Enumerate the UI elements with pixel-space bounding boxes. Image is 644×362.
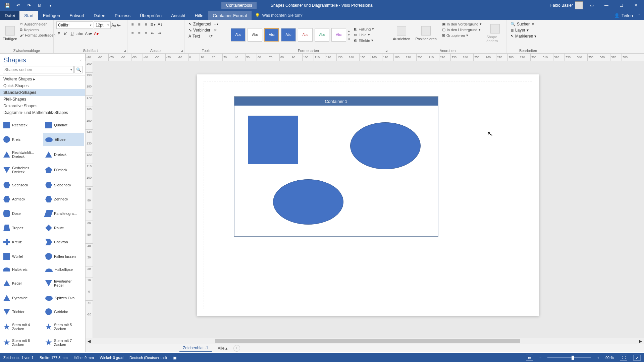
- shape-rechteck[interactable]: Rechteck: [1, 118, 42, 132]
- shape-invertierter-kegel[interactable]: Invertierter Kegel: [43, 276, 84, 291]
- shape-pyramide[interactable]: Pyramide: [1, 292, 42, 305]
- bring-to-front-button[interactable]: ▣In den Vordergrund ▾: [441, 21, 483, 26]
- shapes-search-input[interactable]: Shapes suchen: [3, 66, 74, 73]
- user-account[interactable]: Fabio Basler: [550, 1, 583, 9]
- new-doc-icon[interactable]: 🗎: [35, 1, 44, 10]
- presentation-mode-icon[interactable]: ▭: [526, 355, 533, 361]
- shapes-search-button[interactable]: 🔍: [74, 66, 83, 73]
- tab-start[interactable]: Start: [19, 11, 38, 20]
- canvas-ellipse-shape-2[interactable]: [273, 179, 343, 225]
- shape-quadrat[interactable]: Quadrat: [43, 118, 84, 132]
- align-button[interactable]: Ausrichten: [392, 21, 411, 46]
- position-button[interactable]: Positionieren: [415, 21, 437, 46]
- bullets-icon[interactable]: ≣▾: [150, 22, 156, 27]
- collapse-ribbon-icon[interactable]: ˄: [638, 13, 641, 18]
- horizontal-scrollbar[interactable]: ◀ ▶: [86, 338, 644, 344]
- scroll-track[interactable]: [215, 339, 520, 343]
- qat-more-icon[interactable]: ▾: [46, 1, 55, 10]
- send-to-back-button[interactable]: ▢In den Hintergrund ▾: [441, 27, 483, 32]
- zoom-slider-knob[interactable]: [572, 356, 574, 360]
- minimize-icon[interactable]: —: [600, 1, 612, 10]
- tab-hilfe[interactable]: Hilfe: [190, 11, 208, 20]
- tab-einfuegen[interactable]: Einfügen: [38, 11, 65, 20]
- shape-rechtwinkliges-dreieck[interactable]: Rechtwinkli... Dreieck: [1, 147, 42, 162]
- add-page-button[interactable]: ＋: [233, 345, 240, 352]
- shape-dreieck[interactable]: Dreieck: [43, 147, 84, 162]
- fit-page-icon[interactable]: ⛶: [620, 355, 627, 361]
- status-language[interactable]: Deutsch (Deutschland): [129, 356, 167, 360]
- zoom-in-button[interactable]: +: [597, 356, 599, 360]
- style-swatch-1[interactable]: Abc: [231, 28, 246, 42]
- style-swatch-4[interactable]: Abc: [281, 28, 296, 42]
- shape-siebeneck[interactable]: Siebeneck: [43, 178, 84, 192]
- shape-zehneck[interactable]: Zehneck: [43, 192, 84, 206]
- scroll-right-icon[interactable]: ▶: [639, 339, 642, 344]
- share-button[interactable]: Teilen: [622, 13, 633, 18]
- ribbon-display-options-icon[interactable]: ▭: [586, 1, 598, 10]
- container-header[interactable]: Container 1: [234, 97, 438, 106]
- dialog-launcher-absatz[interactable]: ◢: [180, 49, 183, 53]
- format-painter-button[interactable]: 🖌Format übertragen: [18, 33, 57, 38]
- shape-stern-5[interactable]: Stern mit 5 Zacken: [43, 319, 84, 335]
- shape-chevron[interactable]: Chevron: [43, 235, 84, 249]
- shape-parallelogramm[interactable]: Parallelogra...: [43, 207, 84, 221]
- category-dekorative-shapes[interactable]: Dekorative Shapes: [0, 103, 85, 109]
- scroll-left-icon[interactable]: ◀: [88, 339, 91, 344]
- dialog-launcher-formenarten[interactable]: ◢: [385, 49, 387, 53]
- font-color-button[interactable]: A▾: [94, 32, 99, 36]
- align-top-icon[interactable]: ≡: [130, 22, 135, 27]
- underline-button[interactable]: U: [70, 32, 74, 36]
- strikethrough-button[interactable]: abc: [76, 32, 83, 36]
- rotate-icon[interactable]: ⟳: [209, 34, 213, 39]
- shape-trichter[interactable]: Trichter: [1, 305, 42, 319]
- drawing-page[interactable]: Container 1 ↖: [197, 74, 539, 316]
- save-icon[interactable]: 💾: [3, 1, 12, 10]
- shape-gedrehtes-dreieck[interactable]: Gedrehtes Dreieck: [1, 163, 42, 178]
- copy-button[interactable]: ⧉Kopieren: [18, 27, 57, 32]
- shape-halbkreis[interactable]: Halbkreis: [1, 264, 42, 275]
- shrink-font-icon[interactable]: A▾: [117, 23, 121, 27]
- text-direction-icon[interactable]: A↕: [158, 22, 162, 27]
- shape-halbellipse[interactable]: Halbellipse: [43, 264, 84, 275]
- select-button[interactable]: ↖Markieren ▾: [509, 34, 538, 39]
- macro-record-icon[interactable]: ▣: [173, 356, 176, 360]
- shape-kreis[interactable]: Kreis: [1, 133, 42, 146]
- page-tab-alle[interactable]: Alle ▴: [215, 345, 230, 351]
- shape-stern-7[interactable]: Stern mit 7 Zacken: [43, 335, 84, 350]
- tab-daten[interactable]: Daten: [89, 11, 110, 20]
- redo-icon[interactable]: ↷: [24, 1, 34, 10]
- container-shape[interactable]: Container 1: [234, 96, 438, 237]
- shape-sechseck[interactable]: Sechseck: [1, 178, 42, 192]
- align-center-icon[interactable]: ≡: [137, 31, 142, 36]
- pointer-tool-button[interactable]: ↖Zeigertool▭▾: [187, 21, 220, 27]
- find-button[interactable]: 🔍Suchen ▾: [509, 21, 535, 27]
- maximize-icon[interactable]: ☐: [615, 1, 627, 10]
- bold-button[interactable]: F: [56, 32, 61, 36]
- shape-getriebe[interactable]: Getriebe: [43, 305, 84, 319]
- text-tool-button[interactable]: AText⟳: [187, 34, 214, 39]
- tab-ueberpruefen[interactable]: Überprüfen: [135, 11, 166, 20]
- shape-style-gallery[interactable]: Abc Abc Abc Abc Abc Abc Abc ▴ ▾ ≡: [231, 28, 350, 42]
- zoom-level[interactable]: 90 %: [605, 356, 614, 360]
- connector-x-icon[interactable]: ✕: [214, 28, 217, 33]
- increase-indent-icon[interactable]: ⇥: [157, 31, 162, 36]
- shape-wuerfel[interactable]: Würfel: [1, 250, 42, 263]
- style-swatch-2[interactable]: Abc: [248, 28, 262, 42]
- category-diagramm-shapes[interactable]: Diagramm- und Mathematik-Shapes: [0, 109, 85, 116]
- align-right-icon[interactable]: ≡: [144, 31, 148, 36]
- shape-kreuz[interactable]: Kreuz: [1, 235, 42, 249]
- category-pfeil-shapes[interactable]: Pfeil-Shapes: [0, 96, 85, 103]
- shape-stern-6[interactable]: Stern mit 6 Zacken: [1, 335, 42, 350]
- tab-datei[interactable]: Datei: [0, 11, 19, 20]
- category-quick-shapes[interactable]: Quick-Shapes: [0, 82, 85, 89]
- tab-container-format[interactable]: Container-Format: [208, 11, 252, 20]
- drawing-viewport[interactable]: Container 1 ↖: [93, 61, 644, 338]
- shape-fallen-lassen[interactable]: Fallen lassen: [43, 250, 84, 263]
- dialog-launcher-schriftart[interactable]: ◢: [123, 49, 126, 53]
- shape-ellipse[interactable]: Ellipse: [43, 133, 84, 146]
- style-swatch-7[interactable]: Abc: [331, 28, 346, 42]
- tab-entwurf[interactable]: Entwurf: [65, 11, 89, 20]
- group-button[interactable]: ⊞Gruppieren ▾: [441, 33, 483, 38]
- scroll-thumb[interactable]: [215, 339, 520, 343]
- paste-button[interactable]: Einfügen: [3, 21, 17, 46]
